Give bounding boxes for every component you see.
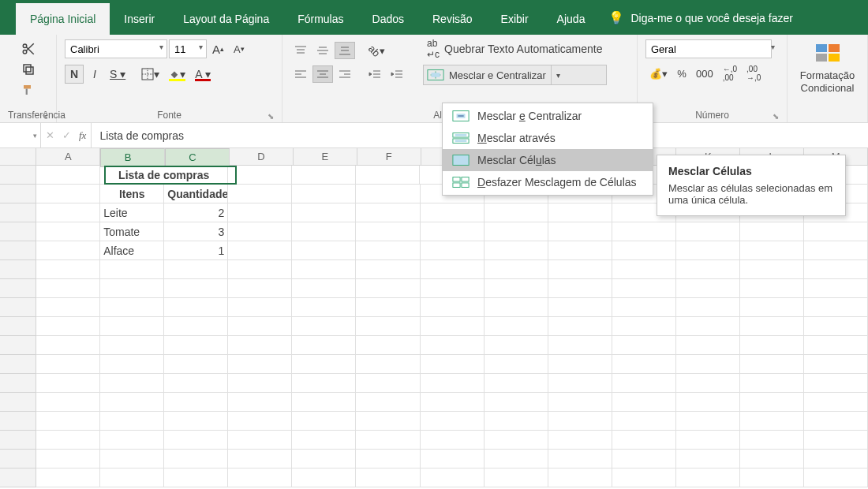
enter-icon[interactable]: ✓: [62, 129, 71, 141]
cell[interactable]: [804, 241, 868, 260]
cell[interactable]: [292, 336, 356, 355]
cell[interactable]: [356, 431, 420, 450]
cell[interactable]: [36, 468, 100, 487]
cell[interactable]: [356, 279, 420, 298]
cell[interactable]: 1: [164, 241, 228, 260]
cell[interactable]: [612, 393, 676, 412]
cell[interactable]: [228, 355, 292, 374]
cell[interactable]: [548, 241, 612, 260]
cell[interactable]: [228, 468, 292, 487]
cell[interactable]: [548, 203, 612, 222]
cell[interactable]: [36, 317, 100, 336]
cell[interactable]: [292, 431, 356, 450]
row-header-1[interactable]: [0, 166, 36, 185]
fill-color-button[interactable]: ▾: [165, 65, 189, 84]
row-header-8[interactable]: [0, 298, 36, 317]
cell[interactable]: [164, 279, 228, 298]
cell[interactable]: [164, 374, 228, 393]
cell[interactable]: [228, 374, 292, 393]
cell[interactable]: [612, 298, 676, 317]
cell[interactable]: [676, 450, 740, 468]
cell[interactable]: [676, 355, 740, 374]
cell[interactable]: [164, 317, 228, 336]
cell[interactable]: [228, 431, 292, 450]
cell[interactable]: [228, 203, 292, 222]
cell[interactable]: Tomate: [100, 222, 164, 241]
cell[interactable]: [100, 355, 164, 374]
cell[interactable]: [740, 431, 804, 450]
cell[interactable]: [36, 222, 100, 241]
align-bottom-button[interactable]: [335, 42, 355, 59]
font-name-select[interactable]: [65, 39, 167, 58]
row-header-14[interactable]: [0, 412, 36, 431]
cell[interactable]: [740, 393, 804, 412]
copy-button[interactable]: [17, 60, 39, 79]
launcher-icon[interactable]: ⬊: [268, 112, 274, 121]
cell[interactable]: [100, 260, 164, 279]
cell[interactable]: [36, 412, 100, 431]
cell[interactable]: [164, 336, 228, 355]
cancel-icon[interactable]: ✕: [46, 129, 54, 141]
cell[interactable]: [804, 222, 868, 241]
cell[interactable]: [36, 185, 100, 203]
cell[interactable]: [228, 166, 292, 185]
cell[interactable]: [485, 355, 548, 374]
cell[interactable]: [548, 317, 612, 336]
cell[interactable]: [421, 241, 485, 260]
cell[interactable]: [421, 336, 485, 355]
italic-button[interactable]: I: [85, 65, 104, 84]
cell[interactable]: [292, 393, 356, 412]
cell[interactable]: [612, 450, 676, 468]
cell[interactable]: [292, 298, 356, 317]
launcher-icon[interactable]: ⬊: [42, 112, 48, 121]
cell[interactable]: [100, 374, 164, 393]
cell[interactable]: [804, 412, 868, 431]
increase-font-button[interactable]: A▴: [208, 40, 228, 58]
cell[interactable]: [228, 393, 292, 412]
cell[interactable]: Leite: [100, 203, 164, 222]
cell[interactable]: [804, 260, 868, 279]
row-header-2[interactable]: [0, 185, 36, 203]
cell[interactable]: [548, 374, 612, 393]
cell[interactable]: [612, 468, 676, 487]
cell[interactable]: [421, 374, 485, 393]
cell[interactable]: [804, 355, 868, 374]
cell[interactable]: [36, 298, 100, 317]
cell[interactable]: [100, 279, 164, 298]
cell[interactable]: [100, 450, 164, 468]
cell[interactable]: [356, 355, 420, 374]
cell[interactable]: [228, 317, 292, 336]
row-header-9[interactable]: [0, 317, 36, 336]
increase-decimal-button[interactable]: ←,0,00: [719, 65, 741, 82]
cell[interactable]: [164, 260, 228, 279]
row-header-6[interactable]: [0, 260, 36, 279]
cell[interactable]: [356, 393, 420, 412]
row-header-12[interactable]: [0, 374, 36, 393]
cell[interactable]: [548, 260, 612, 279]
cell[interactable]: [485, 260, 548, 279]
cell[interactable]: [804, 450, 868, 468]
cell[interactable]: [356, 317, 420, 336]
cell[interactable]: [676, 317, 740, 336]
cell[interactable]: [804, 374, 868, 393]
cell[interactable]: [356, 185, 420, 203]
cell[interactable]: [421, 431, 485, 450]
format-painter-button[interactable]: [17, 80, 39, 99]
unmerge-item[interactable]: Desfazer Mesclagem de Células: [443, 171, 653, 193]
cell[interactable]: [100, 298, 164, 317]
cell[interactable]: [36, 431, 100, 450]
cell[interactable]: [485, 336, 548, 355]
launcher-icon[interactable]: ⬊: [773, 112, 779, 121]
cell[interactable]: [676, 468, 740, 487]
increase-indent-button[interactable]: [387, 65, 407, 83]
cell[interactable]: [740, 317, 804, 336]
column-header-D[interactable]: D: [230, 148, 294, 165]
row-header-5[interactable]: [0, 241, 36, 260]
tab-review[interactable]: Revisão: [418, 3, 487, 35]
wrap-text-button[interactable]: ab↵c Quebrar Texto Automaticamente: [423, 39, 607, 58]
cell[interactable]: [548, 431, 612, 450]
merge-and-center-item[interactable]: Mesclar e Centralizar: [443, 105, 653, 127]
cell[interactable]: [164, 468, 228, 487]
row-header-13[interactable]: [0, 393, 36, 412]
cell[interactable]: [804, 298, 868, 317]
